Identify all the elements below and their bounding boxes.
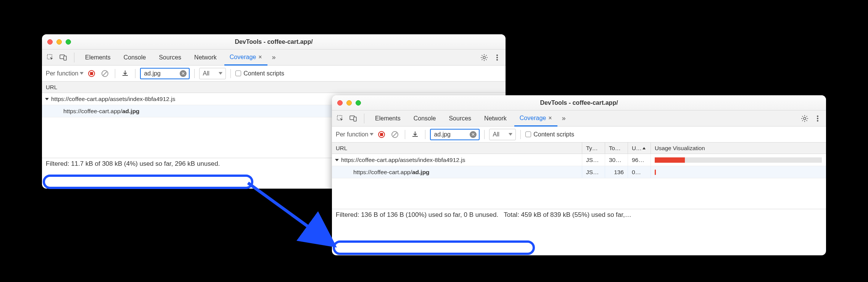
sort-indicator-icon <box>643 147 646 149</box>
titlebar: DevTools - coffee-cart.app/ <box>332 95 826 111</box>
tab-coverage[interactable]: Coverage× <box>224 50 267 66</box>
filtered-status: Filtered: 136 B of 136 B (100%) used so … <box>336 211 498 219</box>
tab-console[interactable]: Console <box>118 50 151 65</box>
tab-bar: Elements Console Sources Network Coverag… <box>42 50 506 66</box>
device-toggle-icon[interactable] <box>348 113 359 124</box>
table-headers: URL Ty… To… U… Usage Visualization <box>332 143 826 154</box>
divider <box>425 130 425 139</box>
inspect-icon[interactable] <box>335 113 346 124</box>
granularity-select[interactable]: Per function <box>46 70 84 77</box>
settings-icon[interactable] <box>799 113 810 124</box>
divider <box>230 69 231 78</box>
close-tab-icon[interactable]: × <box>548 115 552 122</box>
tab-sources[interactable]: Sources <box>153 50 187 65</box>
table-row[interactable]: https://coffee-cart.app/ad.jpg JS… 136 0… <box>332 166 826 178</box>
traffic-lights <box>337 100 361 106</box>
content-scripts-checkbox[interactable]: Content scripts <box>525 131 574 138</box>
granularity-select[interactable]: Per function <box>336 131 374 138</box>
usage-cell <box>651 166 826 178</box>
zoom-window-button[interactable] <box>356 100 361 106</box>
titlebar: DevTools - coffee-cart.app/ <box>42 34 506 50</box>
table-headers: URL <box>42 82 506 93</box>
tab-console[interactable]: Console <box>408 111 441 126</box>
disclosure-icon <box>335 159 339 161</box>
coverage-toolbar: Per function ✕ All Content scripts <box>332 127 826 143</box>
content-scripts-checkbox[interactable]: Content scripts <box>235 70 284 77</box>
divider <box>135 69 135 78</box>
clear-filter-icon[interactable]: ✕ <box>470 131 477 138</box>
col-url[interactable]: URL <box>42 82 506 93</box>
unused-cell: 96… <box>628 154 651 166</box>
total-cell: 136 <box>605 166 628 178</box>
usage-cell <box>651 154 826 166</box>
svg-point-13 <box>817 115 818 117</box>
col-usage-viz[interactable]: Usage Visualization <box>651 143 826 154</box>
devtools-window-b: DevTools - coffee-cart.app/ Elements Con… <box>332 95 826 255</box>
divider <box>520 130 521 139</box>
tab-elements[interactable]: Elements <box>370 111 406 126</box>
chevron-down-icon <box>219 72 222 75</box>
more-tabs-icon[interactable]: » <box>270 53 278 61</box>
more-tabs-icon[interactable]: » <box>560 114 568 122</box>
table-row[interactable]: https://coffee-cart.app/assets/index-8bf… <box>332 154 826 166</box>
clear-filter-icon[interactable]: ✕ <box>180 70 187 77</box>
svg-point-15 <box>817 120 818 122</box>
divider <box>194 69 195 78</box>
close-window-button[interactable] <box>47 39 53 45</box>
type-cell: JS… <box>582 166 605 178</box>
col-unused[interactable]: U… <box>628 143 651 154</box>
svg-point-5 <box>496 57 498 58</box>
svg-point-6 <box>496 59 498 61</box>
col-type[interactable]: Ty… <box>582 143 605 154</box>
type-filter-select[interactable]: All <box>489 129 516 140</box>
col-total[interactable]: To… <box>605 143 628 154</box>
total-cell: 30… <box>605 154 628 166</box>
minimize-window-button[interactable] <box>346 100 352 106</box>
svg-point-4 <box>496 54 498 56</box>
tab-sources[interactable]: Sources <box>443 111 477 126</box>
clear-button[interactable] <box>100 68 110 79</box>
inspect-icon[interactable] <box>45 52 56 63</box>
close-window-button[interactable] <box>337 100 343 106</box>
chevron-down-icon <box>370 133 374 136</box>
url-filter-input-wrap: ✕ <box>140 68 190 79</box>
export-button[interactable] <box>410 129 420 140</box>
device-toggle-icon[interactable] <box>58 52 69 63</box>
record-button[interactable] <box>88 70 95 77</box>
record-button[interactable] <box>378 131 385 138</box>
clear-button[interactable] <box>390 129 400 140</box>
close-tab-icon[interactable]: × <box>258 54 262 61</box>
tab-elements[interactable]: Elements <box>80 50 116 65</box>
url-text: https://coffee-cart.app/ <box>353 169 412 176</box>
checkbox-icon <box>235 70 241 76</box>
tab-coverage[interactable]: Coverage× <box>514 111 557 127</box>
zoom-window-button[interactable] <box>66 39 71 45</box>
type-filter-select[interactable]: All <box>199 68 226 79</box>
svg-rect-11 <box>354 117 356 121</box>
url-text: https://coffee-cart.app/assets/index-8bf… <box>51 96 175 103</box>
status-bar: Filtered: 136 B of 136 B (100%) used so … <box>332 209 826 221</box>
url-filter-input[interactable] <box>143 70 180 77</box>
divider <box>115 69 115 78</box>
chevron-down-icon <box>80 72 84 75</box>
col-url[interactable]: URL <box>332 143 582 154</box>
filtered-status: Filtered: 11.7 kB of 308 kB (4%) used so… <box>46 160 220 168</box>
export-button[interactable] <box>120 68 130 79</box>
minimize-window-button[interactable] <box>56 39 62 45</box>
tab-network[interactable]: Network <box>479 111 512 126</box>
url-filter-input[interactable] <box>433 131 470 138</box>
tab-network[interactable]: Network <box>189 50 222 65</box>
svg-point-3 <box>483 56 485 59</box>
kebab-menu-icon[interactable] <box>492 52 502 63</box>
divider <box>364 114 364 123</box>
svg-point-14 <box>817 118 818 119</box>
traffic-lights <box>47 39 71 45</box>
kebab-menu-icon[interactable] <box>812 113 823 124</box>
chevron-down-icon <box>509 133 512 136</box>
total-status: Total: 459 kB of 839 kB (55%) used so fa… <box>504 211 631 219</box>
window-title: DevTools - coffee-cart.app/ <box>332 99 826 106</box>
divider <box>484 130 485 139</box>
settings-icon[interactable] <box>479 52 490 63</box>
type-cell: JS… <box>582 154 605 166</box>
url-text: https://coffee-cart.app/ <box>63 108 122 115</box>
